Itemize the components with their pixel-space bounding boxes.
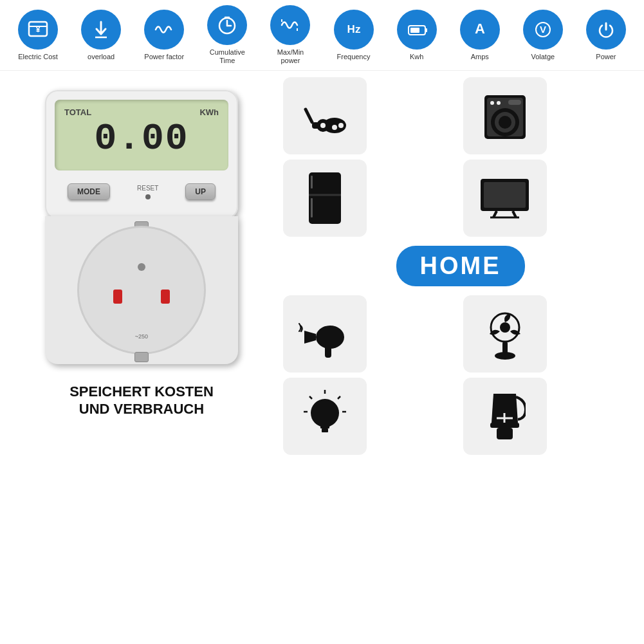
svg-rect-56 [490, 423, 519, 428]
overload-icon [81, 10, 121, 50]
power-icon [586, 10, 626, 50]
power-factor-icon [144, 10, 184, 50]
electric-cost-label: Electric Cost [18, 53, 58, 61]
reset-label: RESET [137, 185, 158, 192]
appliance-washing-machine [463, 77, 547, 154]
home-badge-wrapper: HOME [283, 243, 638, 289]
svg-rect-57 [497, 428, 513, 439]
svg-line-52 [338, 396, 340, 399]
electric-cost-icon: ¥ [18, 10, 58, 50]
svg-point-47 [495, 352, 515, 360]
feature-power: Power [577, 10, 635, 61]
feature-max-min-power: Max/Minpower [261, 5, 319, 65]
device-meter: TOTAL KWh 0.00 MODE RESET UP [45, 90, 238, 219]
appliance-fridge [283, 160, 367, 237]
cumulative-time-label: CumulativeTime [210, 48, 245, 65]
appliance-fan [463, 295, 547, 373]
svg-point-24 [338, 123, 344, 128]
amps-label: Amps [471, 53, 489, 61]
svg-rect-14 [410, 28, 419, 33]
bottom-text-block: SPEICHERT KOSTEN UND VERBRAUCH [69, 383, 214, 418]
svg-point-31 [497, 101, 501, 105]
power-label: Power [596, 53, 616, 61]
lcd-display-value: 0.00 [64, 120, 219, 158]
mode-button[interactable]: MODE [68, 183, 110, 200]
svg-text:Hz: Hz [347, 23, 360, 35]
svg-line-54 [309, 396, 312, 399]
svg-point-45 [500, 322, 510, 333]
appliance-grid-top [283, 77, 638, 154]
feature-power-factor: Power factor [135, 10, 193, 61]
power-factor-label: Power factor [144, 53, 184, 61]
socket-hole-left [113, 290, 122, 304]
home-badge: HOME [396, 246, 525, 286]
appliance-vacuum [283, 77, 367, 154]
appliance-grid-bottom2 [283, 378, 638, 455]
max-min-power-icon [270, 5, 310, 45]
lcd-kwh-label: KWh [199, 107, 219, 117]
socket-holes [113, 290, 170, 304]
svg-point-29 [499, 116, 511, 129]
svg-rect-35 [311, 176, 313, 189]
frequency-label: Frequency [337, 53, 371, 61]
socket-housing: ~250 [45, 216, 238, 364]
socket-outlet: ~250 [77, 226, 206, 354]
svg-rect-33 [309, 172, 341, 224]
voltage-label: Volatge [531, 53, 555, 61]
appliance-grid-bottom1 [283, 295, 638, 373]
svg-rect-13 [425, 28, 427, 32]
feature-frequency: Hz Frequency [325, 10, 383, 61]
feature-amps: A Amps [451, 10, 509, 61]
home-badge-text: HOME [420, 252, 501, 279]
lcd-screen: TOTAL KWh 0.00 [55, 100, 228, 170]
appliance-hairdryer [283, 295, 367, 373]
kwh-label: Kwh [410, 53, 423, 61]
feature-electric-cost: ¥ Electric Cost [9, 10, 67, 61]
top-features-bar: ¥ Electric Cost overload Power factor [0, 0, 644, 71]
frequency-icon: Hz [334, 10, 374, 50]
max-min-power-label: Max/Minpower [277, 48, 304, 65]
appliance-lamp [283, 378, 367, 455]
svg-point-23 [332, 125, 337, 130]
socket-rating: ~250 [135, 333, 148, 340]
appliance-blender [463, 378, 547, 455]
main-content: TOTAL KWh 0.00 MODE RESET UP [0, 71, 644, 615]
kwh-icon [397, 10, 437, 50]
svg-point-48 [311, 399, 339, 427]
amps-icon: A [460, 10, 500, 50]
appliance-tv [463, 160, 547, 237]
lcd-total-label: TOTAL [64, 107, 91, 117]
svg-text:A: A [475, 21, 485, 37]
feature-voltage: V Volatge [514, 10, 572, 61]
svg-rect-50 [322, 428, 328, 432]
svg-rect-32 [508, 100, 521, 105]
device-buttons-row: MODE RESET UP [55, 180, 228, 203]
cumulative-time-icon [207, 5, 247, 45]
left-panel: TOTAL KWh 0.00 MODE RESET UP [6, 77, 277, 609]
svg-rect-49 [320, 425, 329, 428]
bottom-text-line1: SPEICHERT KOSTEN [69, 383, 214, 400]
up-button[interactable]: UP [185, 183, 216, 200]
socket-hole-right [161, 290, 170, 304]
feature-overload: overload [72, 10, 130, 61]
bottom-text-line2: UND VERBRAUCH [69, 401, 214, 418]
svg-rect-43 [325, 344, 331, 358]
svg-point-30 [490, 101, 494, 105]
overload-label: overload [87, 53, 115, 61]
socket-ground [138, 263, 145, 271]
feature-cumulative-time: CumulativeTime [198, 5, 256, 65]
svg-rect-38 [484, 182, 526, 208]
svg-text:V: V [540, 24, 546, 35]
svg-point-22 [320, 123, 326, 128]
appliance-grid-middle [283, 160, 638, 237]
led-indicator [145, 194, 151, 199]
voltage-icon: V [523, 10, 563, 50]
svg-line-21 [306, 109, 312, 122]
lcd-labels: TOTAL KWh [64, 107, 219, 117]
socket-clip-bottom [134, 352, 149, 362]
right-panel: HOME [283, 77, 638, 609]
feature-kwh: Kwh [388, 10, 446, 61]
svg-rect-36 [311, 198, 313, 217]
